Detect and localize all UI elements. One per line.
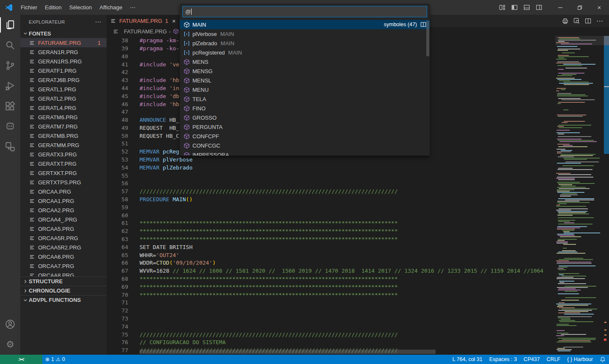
file-list-item[interactable]: ORCAA4_.PRG <box>20 215 107 224</box>
menu-edition[interactable]: Edition <box>41 0 66 15</box>
remote-indicator[interactable]: >< <box>0 355 42 364</box>
file-list-item[interactable]: GERATL4.PRG <box>20 103 107 112</box>
line-number[interactable]: 54 <box>107 164 128 172</box>
menu-⋯[interactable]: ⋯ <box>126 0 139 15</box>
line-number[interactable]: 56 <box>107 180 128 188</box>
menu-fichier[interactable]: Fichier <box>17 0 41 15</box>
file-list-item[interactable]: ORCAA5R.PRG <box>20 233 107 243</box>
symbol-list-item[interactable]: plZebradoMAIN <box>180 38 430 48</box>
line-number[interactable]: 59 <box>107 204 128 212</box>
explorer-icon[interactable] <box>0 15 20 35</box>
section-fontes[interactable]: FONTES <box>20 29 107 38</box>
line-number[interactable]: 44 <box>107 85 128 93</box>
line-number[interactable]: 38 <box>107 37 128 45</box>
open-to-side-icon[interactable] <box>420 22 426 27</box>
menu-sélection[interactable]: Sélection <box>66 0 96 15</box>
toggle-primary-sidebar-icon[interactable] <box>511 4 518 11</box>
explorer-more-actions-icon[interactable]: ⋯ <box>95 18 102 26</box>
line-number[interactable]: 67 <box>107 267 128 275</box>
encoding[interactable]: CP437 <box>520 356 543 362</box>
file-list-item[interactable]: ORCAA5.PRG <box>20 224 107 233</box>
line-number[interactable]: 53 <box>107 156 128 164</box>
file-list-item[interactable]: ORCAA5R2.PRG <box>20 243 107 252</box>
source-control-icon[interactable] <box>0 55 20 76</box>
file-list-item[interactable]: ORCAA2.PRG <box>20 205 107 215</box>
section-advpl-functions[interactable]: ADVPL FUNCTIONS <box>20 295 107 304</box>
customize-layout-icon[interactable] <box>499 4 505 11</box>
symbol-list-item[interactable]: CONFCPF <box>180 131 430 141</box>
symbol-list-item[interactable]: TELA <box>180 94 430 104</box>
remote-targets-icon[interactable] <box>0 137 20 157</box>
symbol-list-item[interactable]: PERGUNTA <box>180 122 430 131</box>
eol-sequence[interactable]: CRLF <box>543 356 564 362</box>
file-list-item[interactable]: ORCAA8.PRG <box>20 271 107 276</box>
line-number[interactable]: 76 <box>107 339 128 347</box>
print-icon[interactable] <box>562 18 568 24</box>
symbol-list-item[interactable]: MENS <box>180 57 430 66</box>
symbol-list-item[interactable]: MENSG <box>180 66 430 76</box>
line-number[interactable]: 71 <box>107 299 128 307</box>
file-list-item[interactable]: GERATM7.PRG <box>20 122 107 131</box>
line-number[interactable]: 70 <box>107 291 128 299</box>
minimize-button[interactable] <box>551 0 570 15</box>
notifications-bell[interactable] <box>596 356 609 362</box>
line-number[interactable]: 61 <box>107 219 128 227</box>
line-number[interactable]: 77 <box>107 347 128 355</box>
problems-indicator[interactable]: ⊗ 1 ⚠ 0 <box>42 355 68 364</box>
quick-open-input[interactable]: @ <box>182 6 427 17</box>
line-number[interactable]: 48 <box>107 116 128 124</box>
cursor-position[interactable]: L 764, col 31 <box>449 356 486 362</box>
file-list-item[interactable]: GERTXTPS.PRG <box>20 178 107 187</box>
toggle-secondary-sidebar-icon[interactable] <box>536 4 542 11</box>
file-list-item[interactable]: GERATJ6B.PRG <box>20 75 107 85</box>
line-number[interactable]: 65 <box>107 252 128 260</box>
close-window-button[interactable]: × <box>590 0 609 15</box>
line-number[interactable]: 46 <box>107 101 128 109</box>
file-list-item[interactable]: ORCAA1.PRG <box>20 196 107 205</box>
line-number[interactable]: 41 <box>107 61 128 69</box>
assistant-icon[interactable] <box>0 116 20 137</box>
restore-button[interactable] <box>570 0 590 15</box>
menu-affichage[interactable]: Affichage <box>96 0 126 15</box>
file-list-item[interactable]: GERATX3.PRG <box>20 150 107 159</box>
line-number[interactable]: 49 <box>107 124 128 132</box>
tab-faturame[interactable]: FATURAME.PRG 1 × <box>107 15 180 27</box>
line-number[interactable]: 42 <box>107 68 128 77</box>
line-number[interactable]: 72 <box>107 307 128 315</box>
overview-ruler-scrollbar[interactable] <box>604 36 609 355</box>
line-number[interactable]: 75 <box>107 331 128 339</box>
line-number[interactable]: 60 <box>107 212 128 220</box>
line-number[interactable]: 63 <box>107 235 128 244</box>
horizontal-scrollbar[interactable] <box>140 350 436 354</box>
symbol-list-item[interactable]: CONFCGC <box>180 141 430 150</box>
line-number[interactable]: 68 <box>107 275 128 283</box>
file-list-item[interactable]: GERATL1.PRG <box>20 85 107 94</box>
language-mode[interactable]: { } Harbour <box>564 356 596 362</box>
line-number[interactable]: 62 <box>107 227 128 235</box>
split-editor-icon[interactable] <box>585 18 591 24</box>
file-list-item[interactable]: GERAN1R.PRG <box>20 47 107 57</box>
indentation[interactable]: Espaces : 3 <box>486 356 520 362</box>
line-number[interactable]: 73 <box>107 315 128 323</box>
preview-search-icon[interactable] <box>573 18 580 24</box>
line-number[interactable]: 43 <box>107 77 128 85</box>
file-list-item[interactable]: GERATM6.PRG <box>20 112 107 122</box>
line-number[interactable]: 55 <box>107 172 128 180</box>
symbol-list-item[interactable]: MAIN symboles (47) <box>180 20 430 29</box>
search-icon[interactable] <box>0 35 20 55</box>
file-list-item[interactable]: ORCAA.PRG <box>20 187 107 196</box>
file-list-item[interactable]: ORCAA6.PRG <box>20 252 107 261</box>
symbol-list-item[interactable]: MENSL <box>180 76 430 85</box>
file-list-item[interactable]: FATURAME.PRG 1 <box>20 38 107 47</box>
extensions-icon[interactable] <box>0 96 20 116</box>
tab-close-icon[interactable]: × <box>172 18 176 24</box>
file-list-item[interactable]: GERATMM.PRG <box>20 140 107 150</box>
symbol-list-item[interactable]: GROSSO <box>180 113 430 122</box>
line-number[interactable]: 39 <box>107 45 128 53</box>
section-chronologie[interactable]: CHRONOLOGIE <box>20 286 107 295</box>
toggle-panel-icon[interactable] <box>524 4 530 11</box>
line-number[interactable]: 47 <box>107 108 128 116</box>
line-number[interactable]: 45 <box>107 93 128 101</box>
line-number[interactable]: 40 <box>107 53 128 61</box>
line-number[interactable]: 74 <box>107 323 128 331</box>
